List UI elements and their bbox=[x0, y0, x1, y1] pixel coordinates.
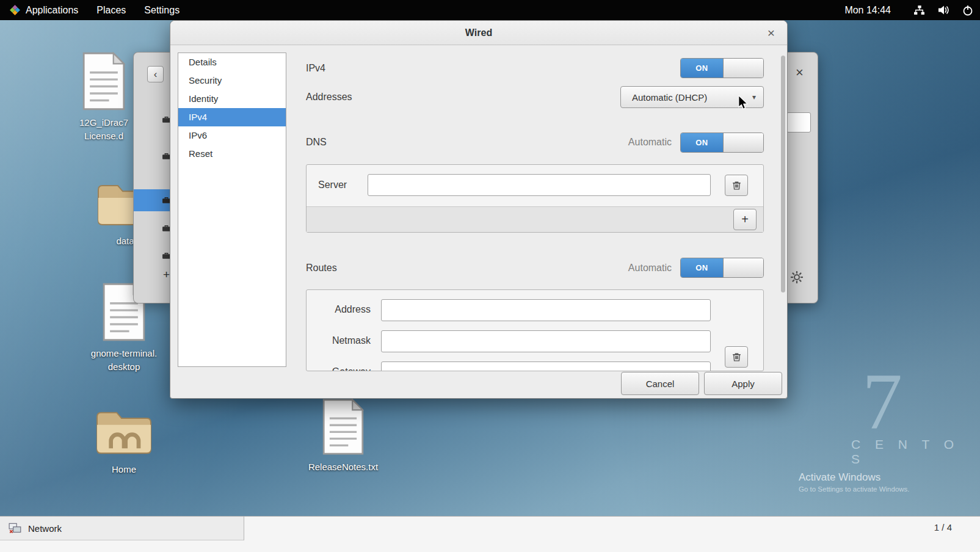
toggle-on-label: ON bbox=[681, 133, 723, 152]
centos-brand-watermark: C E N T O S bbox=[851, 437, 980, 467]
applications-menu-label: Applications bbox=[26, 5, 78, 16]
mouse-cursor bbox=[738, 95, 750, 113]
background-window-right: × bbox=[783, 52, 818, 303]
server-label: Server bbox=[318, 180, 347, 191]
network-window-icon bbox=[9, 522, 22, 534]
routes-group: Address Netmask Gateway bbox=[306, 289, 764, 371]
centos-version-watermark: 7 bbox=[862, 354, 902, 448]
activate-windows-watermark: Activate Windows Go to Settings to activ… bbox=[799, 471, 910, 493]
desktop: 7 C E N T O S Activate Windows Go to Set… bbox=[0, 0, 980, 552]
toggle-handle bbox=[723, 258, 763, 277]
background-entry-fragment bbox=[786, 112, 811, 133]
routes-section-label: Routes bbox=[306, 263, 337, 274]
dialog-close-button[interactable]: × bbox=[763, 25, 779, 41]
desktop-icon-label: ReleaseNotes.txt bbox=[291, 460, 395, 474]
dialog-title: Wired bbox=[465, 27, 492, 38]
document-icon bbox=[291, 398, 395, 456]
volume-icon bbox=[937, 5, 949, 15]
addresses-dropdown-value: Automatic (DHCP) bbox=[632, 92, 707, 103]
power-indicator[interactable] bbox=[956, 0, 980, 20]
netmask-input[interactable] bbox=[381, 330, 711, 352]
sidebar-item-details[interactable]: Details bbox=[178, 53, 286, 71]
power-icon bbox=[962, 5, 973, 16]
toggle-handle bbox=[723, 133, 763, 152]
desktop-icon-label: Home bbox=[72, 463, 176, 476]
close-icon: × bbox=[796, 65, 804, 80]
volume-indicator[interactable] bbox=[931, 0, 956, 20]
routes-automatic-label: Automatic bbox=[628, 263, 672, 274]
dns-section-label: DNS bbox=[306, 137, 327, 148]
background-window-left: ‹ + bbox=[133, 52, 171, 303]
desktop-icon-releasenotes[interactable]: ReleaseNotes.txt bbox=[291, 398, 395, 474]
addresses-label: Addresses bbox=[306, 92, 352, 103]
settings-menu[interactable]: Settings bbox=[135, 0, 189, 20]
dns-automatic-label: Automatic bbox=[628, 137, 672, 148]
sidebar-item-ipv6[interactable]: IPv6 bbox=[178, 126, 286, 145]
netmask-label: Netmask bbox=[307, 335, 371, 346]
ipv4-toggle[interactable]: ON bbox=[680, 58, 764, 78]
sidebar-item-reset[interactable]: Reset bbox=[178, 145, 286, 163]
gear-icon[interactable] bbox=[789, 270, 804, 285]
settings-menu-label: Settings bbox=[144, 5, 180, 16]
server-input[interactable] bbox=[368, 174, 711, 196]
routes-toggle[interactable]: ON bbox=[680, 258, 764, 278]
dialog-sidebar: Details Security Identity IPv4 IPv6 Rese… bbox=[178, 53, 286, 367]
toggle-on-label: ON bbox=[681, 258, 723, 277]
address-label: Address bbox=[307, 304, 371, 315]
places-menu-label: Places bbox=[96, 5, 126, 16]
ipv4-section-label: IPv4 bbox=[306, 63, 325, 74]
sidebar-item-ipv4[interactable]: IPv4 bbox=[178, 108, 286, 126]
add-server-button[interactable]: + bbox=[733, 209, 757, 230]
chevron-down-icon: ▾ bbox=[752, 93, 756, 101]
apply-button[interactable]: Apply bbox=[704, 372, 782, 395]
sidebar-item-security[interactable]: Security bbox=[178, 71, 286, 90]
bottom-taskbar: Network 1 / 4 bbox=[0, 516, 980, 552]
dns-toolbar-strip: + bbox=[307, 206, 763, 232]
gateway-input[interactable] bbox=[381, 361, 711, 371]
activate-line2: Go to Settings to activate Windows. bbox=[799, 485, 910, 493]
plus-icon: + bbox=[163, 268, 170, 281]
background-close-button[interactable]: × bbox=[796, 65, 804, 81]
back-icon: ‹ bbox=[154, 68, 158, 81]
gateway-label: Gateway bbox=[307, 366, 371, 371]
trash-icon bbox=[731, 180, 742, 191]
dns-server-group: Server + bbox=[306, 164, 764, 233]
clock[interactable]: Mon 14:44 bbox=[829, 5, 907, 16]
activate-line1: Activate Windows bbox=[799, 471, 910, 484]
centos-logo-icon bbox=[9, 4, 21, 16]
plus-icon: + bbox=[741, 212, 749, 227]
taskbar-item-network[interactable]: Network bbox=[0, 517, 244, 540]
add-profile-button[interactable]: + bbox=[163, 268, 170, 281]
dialog-titlebar[interactable]: Wired × bbox=[170, 21, 787, 45]
home-folder-icon bbox=[72, 408, 176, 458]
wired-settings-dialog: Wired × Details Security Identity IPv4 I… bbox=[170, 20, 788, 399]
desktop-icon-home[interactable]: Home bbox=[72, 408, 176, 476]
route-delete-button[interactable] bbox=[725, 346, 748, 368]
sidebar-item-identity[interactable]: Identity bbox=[178, 90, 286, 108]
back-button[interactable]: ‹ bbox=[147, 66, 164, 82]
server-delete-button[interactable] bbox=[725, 175, 748, 196]
network-indicator[interactable] bbox=[907, 0, 931, 20]
cancel-button[interactable]: Cancel bbox=[621, 372, 699, 395]
address-input[interactable] bbox=[381, 299, 711, 321]
top-panel: Applications Places Settings Mon 14:44 bbox=[0, 0, 980, 20]
network-tree-icon bbox=[913, 5, 925, 15]
trash-icon bbox=[731, 352, 742, 362]
taskbar-item-label: Network bbox=[28, 523, 62, 534]
desktop-icon-label: gnome-terminal. desktop bbox=[72, 347, 176, 374]
toggle-on-label: ON bbox=[681, 59, 723, 78]
dialog-scrollbar[interactable] bbox=[781, 56, 785, 292]
places-menu[interactable]: Places bbox=[87, 0, 135, 20]
toggle-handle bbox=[723, 59, 763, 78]
close-icon: × bbox=[768, 26, 775, 40]
dns-toggle[interactable]: ON bbox=[680, 133, 764, 153]
workspace-pager[interactable]: 1 / 4 bbox=[934, 522, 952, 532]
applications-menu[interactable]: Applications bbox=[0, 0, 87, 20]
